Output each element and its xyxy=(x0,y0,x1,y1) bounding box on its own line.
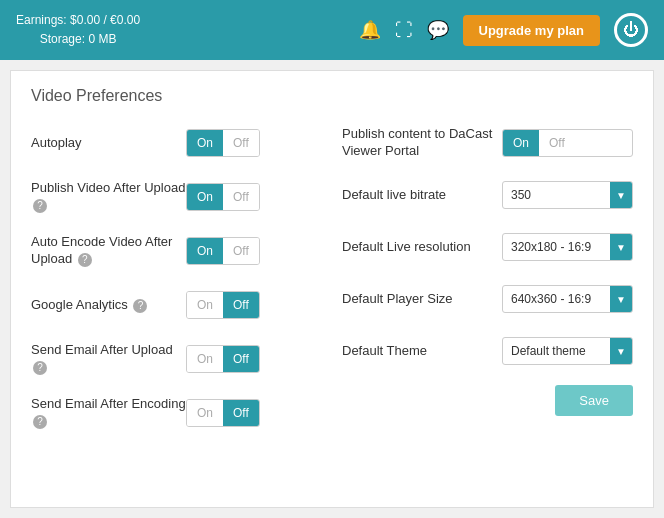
default-resolution-arrow[interactable]: ▼ xyxy=(610,233,632,261)
default-theme-select[interactable]: Default theme ▼ xyxy=(502,337,633,365)
earnings-label: Earnings: $0.00 / €0.00 xyxy=(16,11,140,30)
google-analytics-row: Google Analytics ? On Off xyxy=(31,287,322,323)
storage-label: Storage: 0 MB xyxy=(16,30,140,49)
send-email-upload-off-button[interactable]: Off xyxy=(223,346,259,372)
autoplay-toggle[interactable]: On Off xyxy=(186,129,260,157)
default-theme-value: Default theme xyxy=(503,344,610,358)
default-bitrate-arrow[interactable]: ▼ xyxy=(610,181,632,209)
publish-video-help-icon[interactable]: ? xyxy=(33,199,47,213)
publish-content-on-button[interactable]: On xyxy=(503,130,539,156)
google-analytics-label: Google Analytics ? xyxy=(31,297,186,314)
right-column: Publish content to DaCast Viewer Portal … xyxy=(342,125,633,449)
bell-icon[interactable]: 🔔 xyxy=(359,19,381,41)
fullscreen-icon[interactable]: ⛶ xyxy=(395,20,413,41)
auto-encode-toggle[interactable]: On Off xyxy=(186,237,260,265)
auto-encode-off-button[interactable]: Off xyxy=(223,238,259,264)
upgrade-button[interactable]: Upgrade my plan xyxy=(463,15,600,46)
autoplay-on-button[interactable]: On xyxy=(187,130,223,156)
send-email-encoding-row: Send Email After Encoding ? On Off xyxy=(31,395,322,431)
publish-video-label: Publish Video After Upload ? xyxy=(31,180,186,214)
autoplay-label: Autoplay xyxy=(31,135,186,152)
default-resolution-row: Default Live resolution 320x180 - 16:9 ▼ xyxy=(342,229,633,265)
default-bitrate-value: 350 xyxy=(503,188,610,202)
send-email-upload-row: Send Email After Upload ? On Off xyxy=(31,341,322,377)
default-bitrate-select[interactable]: 350 ▼ xyxy=(502,181,633,209)
auto-encode-help-icon[interactable]: ? xyxy=(78,253,92,267)
publish-content-control: On Off xyxy=(502,129,633,157)
default-resolution-value: 320x180 - 16:9 xyxy=(503,240,610,254)
main-panel: Video Preferences Autoplay On Off Publis… xyxy=(10,70,654,508)
publish-video-toggle[interactable]: On Off xyxy=(186,183,260,211)
auto-encode-row: Auto Encode Video After Upload ? On Off xyxy=(31,233,322,269)
publish-content-label: Publish content to DaCast Viewer Portal xyxy=(342,126,502,160)
send-email-encoding-on-button[interactable]: On xyxy=(187,400,223,426)
send-email-upload-help-icon[interactable]: ? xyxy=(33,361,47,375)
left-column: Autoplay On Off Publish Video After Uplo… xyxy=(31,125,322,449)
default-resolution-select[interactable]: 320x180 - 16:9 ▼ xyxy=(502,233,633,261)
default-player-value: 640x360 - 16:9 xyxy=(503,292,610,306)
publish-video-on-button[interactable]: On xyxy=(187,184,223,210)
default-player-select[interactable]: 640x360 - 16:9 ▼ xyxy=(502,285,633,313)
google-analytics-help-icon[interactable]: ? xyxy=(133,299,147,313)
section-title: Video Preferences xyxy=(31,87,633,105)
default-resolution-label: Default Live resolution xyxy=(342,239,502,256)
autoplay-row: Autoplay On Off xyxy=(31,125,322,161)
publish-content-toggle[interactable]: On Off xyxy=(502,129,633,157)
send-email-encoding-toggle[interactable]: On Off xyxy=(186,399,260,427)
publish-video-row: Publish Video After Upload ? On Off xyxy=(31,179,322,215)
publish-content-row: Publish content to DaCast Viewer Portal … xyxy=(342,125,633,161)
default-theme-label: Default Theme xyxy=(342,343,502,360)
default-bitrate-row: Default live bitrate 350 ▼ xyxy=(342,177,633,213)
auto-encode-label: Auto Encode Video After Upload ? xyxy=(31,234,186,268)
default-resolution-control: 320x180 - 16:9 ▼ xyxy=(502,233,633,261)
default-player-label: Default Player Size xyxy=(342,291,502,308)
default-player-arrow[interactable]: ▼ xyxy=(610,285,632,313)
chat-icon[interactable]: 💬 xyxy=(427,19,449,41)
default-theme-row: Default Theme Default theme ▼ xyxy=(342,333,633,369)
autoplay-off-button[interactable]: Off xyxy=(223,130,259,156)
send-email-upload-label: Send Email After Upload ? xyxy=(31,342,186,376)
send-email-encoding-off-button[interactable]: Off xyxy=(223,400,259,426)
auto-encode-on-button[interactable]: On xyxy=(187,238,223,264)
default-player-control: 640x360 - 16:9 ▼ xyxy=(502,285,633,313)
google-analytics-toggle[interactable]: On Off xyxy=(186,291,260,319)
send-email-encoding-label: Send Email After Encoding ? xyxy=(31,396,186,430)
save-button[interactable]: Save xyxy=(555,385,633,416)
header-info: Earnings: $0.00 / €0.00 Storage: 0 MB xyxy=(16,11,140,49)
header: Earnings: $0.00 / €0.00 Storage: 0 MB 🔔 … xyxy=(0,0,664,60)
send-email-upload-on-button[interactable]: On xyxy=(187,346,223,372)
send-email-upload-toggle[interactable]: On Off xyxy=(186,345,260,373)
default-theme-arrow[interactable]: ▼ xyxy=(610,337,632,365)
footer: Save xyxy=(342,385,633,416)
publish-video-off-button[interactable]: Off xyxy=(223,184,259,210)
header-icons: 🔔 ⛶ 💬 Upgrade my plan ⏻ xyxy=(359,13,648,47)
google-analytics-off-button[interactable]: Off xyxy=(223,292,259,318)
default-bitrate-label: Default live bitrate xyxy=(342,187,502,204)
default-player-row: Default Player Size 640x360 - 16:9 ▼ xyxy=(342,281,633,317)
default-theme-control: Default theme ▼ xyxy=(502,337,633,365)
columns: Autoplay On Off Publish Video After Uplo… xyxy=(31,125,633,449)
google-analytics-on-button[interactable]: On xyxy=(187,292,223,318)
default-bitrate-control: 350 ▼ xyxy=(502,181,633,209)
publish-content-off-button[interactable]: Off xyxy=(539,130,575,156)
power-button[interactable]: ⏻ xyxy=(614,13,648,47)
send-email-encoding-help-icon[interactable]: ? xyxy=(33,415,47,429)
